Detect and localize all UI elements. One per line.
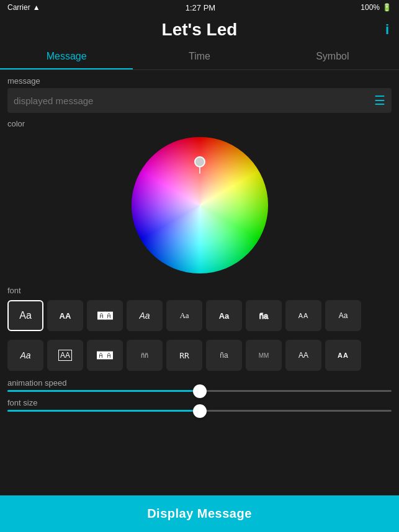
battery-icon: 🔋 xyxy=(382,3,392,12)
status-bar: Carrier ▲ 1:27 PM 100% 🔋 xyxy=(0,0,399,15)
status-left: Carrier ▲ xyxy=(7,3,40,12)
font-item-3[interactable]: Aa xyxy=(127,300,163,331)
font-item-r2-3[interactable]: ññ xyxy=(127,340,163,371)
font-item-r2-1[interactable]: AA xyxy=(47,340,83,371)
font-icon: Aa xyxy=(19,310,32,321)
font-item-1[interactable]: AA xyxy=(47,300,83,331)
font-item-r2-6[interactable]: MM xyxy=(246,340,282,371)
font-label: font xyxy=(7,286,392,295)
font-icon: 🅰🅰 xyxy=(97,311,112,321)
battery-label: 100% xyxy=(361,3,380,12)
animation-speed-thumb[interactable] xyxy=(193,384,207,398)
tab-time[interactable]: Time xyxy=(133,45,266,69)
animation-speed-slider-container xyxy=(7,390,392,392)
font-size-fill xyxy=(7,410,200,412)
font-icon: Aa xyxy=(20,350,30,360)
font-icon: AA xyxy=(298,351,308,360)
message-row: ☰ xyxy=(7,88,392,113)
font-icon: Aa xyxy=(339,311,348,320)
tab-message[interactable]: Message xyxy=(0,45,133,69)
font-item-0[interactable]: Aa xyxy=(7,300,43,331)
font-size-section: font size xyxy=(7,398,392,412)
font-icon: MM xyxy=(259,352,269,359)
font-icon: Aa xyxy=(139,311,150,321)
animation-speed-section: animation speed xyxy=(7,378,392,392)
font-item-r2-8[interactable]: AA xyxy=(325,340,361,371)
font-item-r2-0[interactable]: Aa xyxy=(7,340,43,371)
message-input[interactable] xyxy=(14,95,374,106)
time-label: 1:27 PM xyxy=(186,3,215,12)
font-item-4[interactable]: Aa xyxy=(166,300,202,331)
font-icon: AA xyxy=(338,352,349,359)
font-section: font Aa AA 🅰🅰 Aa Aa Aa ña xyxy=(7,286,392,373)
message-label: message xyxy=(7,76,392,86)
wifi-icon: ▲ xyxy=(33,3,40,12)
font-item-r2-4[interactable]: RR xyxy=(166,340,202,371)
font-icon: AA xyxy=(58,350,72,361)
animation-speed-fill xyxy=(7,390,200,392)
display-message-button[interactable]: Display Message xyxy=(0,495,399,532)
font-icon: ña xyxy=(259,311,268,321)
font-item-5[interactable]: Aa xyxy=(206,300,242,331)
font-size-slider-container xyxy=(7,410,392,412)
animation-speed-track[interactable] xyxy=(7,390,392,392)
font-grid-row1: Aa AA 🅰🅰 Aa Aa Aa ña AA xyxy=(7,298,392,334)
font-icon: Aa xyxy=(179,311,189,321)
color-wheel-container[interactable] xyxy=(132,137,268,273)
font-item-r2-2[interactable]: 🅰🅰 xyxy=(87,340,123,371)
font-item-8[interactable]: Aa xyxy=(325,300,361,331)
color-label: color xyxy=(7,119,392,128)
font-grid-row2: Aa AA 🅰🅰 ññ RR ña MM AA xyxy=(7,337,392,373)
font-icon: 🅰🅰 xyxy=(97,351,113,360)
font-size-thumb[interactable] xyxy=(193,404,207,418)
font-item-7[interactable]: AA xyxy=(285,300,321,331)
font-icon: ññ xyxy=(141,352,148,359)
font-icon: RR xyxy=(179,351,189,360)
font-item-r2-7[interactable]: AA xyxy=(285,340,321,371)
info-button[interactable]: i xyxy=(385,22,389,38)
content-area: message ☰ color font Aa AA 🅰🅰 xyxy=(0,76,399,412)
header: Let's Led i xyxy=(0,15,399,45)
list-icon[interactable]: ☰ xyxy=(374,93,385,108)
color-section xyxy=(7,131,392,280)
display-button-container: Display Message xyxy=(0,495,399,532)
carrier-label: Carrier xyxy=(7,3,30,12)
font-item-2[interactable]: 🅰🅰 xyxy=(87,300,123,331)
font-item-r2-5[interactable]: ña xyxy=(206,340,242,371)
font-size-track[interactable] xyxy=(7,410,392,412)
color-cursor[interactable] xyxy=(194,156,205,167)
font-icon: Aa xyxy=(219,311,230,321)
status-right: 100% 🔋 xyxy=(361,3,392,12)
font-item-6[interactable]: ña xyxy=(246,300,282,331)
app-title: Let's Led xyxy=(162,20,238,40)
tab-bar: Message Time Symbol xyxy=(0,45,399,70)
font-icon: ña xyxy=(220,351,228,360)
tab-symbol[interactable]: Symbol xyxy=(266,45,399,69)
font-icon: AA xyxy=(298,312,309,319)
font-icon: AA xyxy=(60,311,71,321)
